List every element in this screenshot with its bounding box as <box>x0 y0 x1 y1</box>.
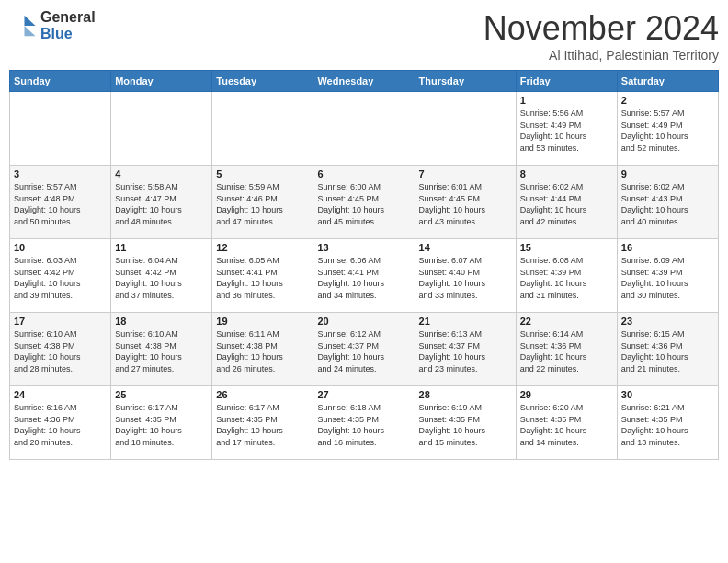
logo-text: General Blue <box>40 9 96 41</box>
calendar-cell: 23Sunrise: 6:15 AM Sunset: 4:36 PM Dayli… <box>617 313 718 386</box>
calendar-cell: 12Sunrise: 6:05 AM Sunset: 4:41 PM Dayli… <box>212 239 313 313</box>
calendar-cell: 17Sunrise: 6:10 AM Sunset: 4:38 PM Dayli… <box>10 313 111 386</box>
day-number: 9 <box>621 168 714 179</box>
day-number: 27 <box>317 389 410 400</box>
day-number: 11 <box>115 242 208 253</box>
day-info: Sunrise: 6:08 AM Sunset: 4:39 PM Dayligh… <box>520 255 613 301</box>
day-info: Sunrise: 6:12 AM Sunset: 4:37 PM Dayligh… <box>317 328 410 374</box>
day-number: 29 <box>520 389 613 400</box>
calendar-cell: 8Sunrise: 6:02 AM Sunset: 4:44 PM Daylig… <box>516 166 617 239</box>
calendar-cell: 22Sunrise: 6:14 AM Sunset: 4:36 PM Dayli… <box>516 313 617 386</box>
calendar-cell: 13Sunrise: 6:06 AM Sunset: 4:41 PM Dayli… <box>313 239 415 313</box>
day-number: 5 <box>216 168 309 179</box>
day-number: 25 <box>115 389 208 400</box>
calendar-cell <box>10 92 111 166</box>
weekday-header: Monday <box>111 71 212 92</box>
day-number: 19 <box>216 316 309 327</box>
month-title: November 2024 <box>483 9 719 48</box>
day-number: 14 <box>419 242 512 253</box>
page-header: General Blue November 2024 Al Ittihad, P… <box>9 9 719 63</box>
title-block: November 2024 Al Ittihad, Palestinian Te… <box>483 9 719 63</box>
calendar-cell: 1Sunrise: 5:56 AM Sunset: 4:49 PM Daylig… <box>516 92 617 166</box>
day-info: Sunrise: 6:00 AM Sunset: 4:45 PM Dayligh… <box>317 181 410 227</box>
calendar-cell <box>212 92 313 166</box>
day-number: 12 <box>216 242 309 253</box>
day-number: 10 <box>14 242 107 253</box>
day-info: Sunrise: 5:59 AM Sunset: 4:46 PM Dayligh… <box>216 181 309 227</box>
calendar-cell: 5Sunrise: 5:59 AM Sunset: 4:46 PM Daylig… <box>212 166 313 239</box>
day-info: Sunrise: 5:56 AM Sunset: 4:49 PM Dayligh… <box>520 108 613 154</box>
calendar-cell: 29Sunrise: 6:20 AM Sunset: 4:35 PM Dayli… <box>516 386 617 460</box>
calendar-cell: 7Sunrise: 6:01 AM Sunset: 4:45 PM Daylig… <box>415 166 516 239</box>
calendar-cell: 27Sunrise: 6:18 AM Sunset: 4:35 PM Dayli… <box>313 386 415 460</box>
day-info: Sunrise: 6:17 AM Sunset: 4:35 PM Dayligh… <box>115 402 208 448</box>
day-number: 13 <box>317 242 410 253</box>
day-info: Sunrise: 5:57 AM Sunset: 4:48 PM Dayligh… <box>14 181 107 227</box>
logo: General Blue <box>9 9 96 41</box>
day-number: 30 <box>621 389 714 400</box>
day-info: Sunrise: 6:02 AM Sunset: 4:44 PM Dayligh… <box>520 181 613 227</box>
calendar-cell: 19Sunrise: 6:11 AM Sunset: 4:38 PM Dayli… <box>212 313 313 386</box>
day-info: Sunrise: 6:21 AM Sunset: 4:35 PM Dayligh… <box>621 402 714 448</box>
calendar-cell: 16Sunrise: 6:09 AM Sunset: 4:39 PM Dayli… <box>617 239 718 313</box>
calendar-week-row: 3Sunrise: 5:57 AM Sunset: 4:48 PM Daylig… <box>10 166 719 239</box>
day-number: 3 <box>14 168 107 179</box>
day-info: Sunrise: 5:57 AM Sunset: 4:49 PM Dayligh… <box>621 108 714 154</box>
day-info: Sunrise: 6:10 AM Sunset: 4:38 PM Dayligh… <box>115 328 208 374</box>
calendar-cell <box>313 92 415 166</box>
weekday-header: Tuesday <box>212 71 313 92</box>
day-number: 23 <box>621 316 714 327</box>
day-info: Sunrise: 6:09 AM Sunset: 4:39 PM Dayligh… <box>621 255 714 301</box>
day-number: 16 <box>621 242 714 253</box>
day-number: 8 <box>520 168 613 179</box>
day-number: 15 <box>520 242 613 253</box>
day-info: Sunrise: 6:07 AM Sunset: 4:40 PM Dayligh… <box>419 255 512 301</box>
weekday-header: Wednesday <box>313 71 415 92</box>
calendar-cell <box>111 92 212 166</box>
day-info: Sunrise: 6:18 AM Sunset: 4:35 PM Dayligh… <box>317 402 410 448</box>
day-info: Sunrise: 6:13 AM Sunset: 4:37 PM Dayligh… <box>419 328 512 374</box>
calendar-cell: 10Sunrise: 6:03 AM Sunset: 4:42 PM Dayli… <box>10 239 111 313</box>
day-info: Sunrise: 6:01 AM Sunset: 4:45 PM Dayligh… <box>419 181 512 227</box>
calendar-cell: 18Sunrise: 6:10 AM Sunset: 4:38 PM Dayli… <box>111 313 212 386</box>
calendar-cell: 20Sunrise: 6:12 AM Sunset: 4:37 PM Dayli… <box>313 313 415 386</box>
day-info: Sunrise: 6:04 AM Sunset: 4:42 PM Dayligh… <box>115 255 208 301</box>
day-info: Sunrise: 6:05 AM Sunset: 4:41 PM Dayligh… <box>216 255 309 301</box>
calendar-header-row: SundayMondayTuesdayWednesdayThursdayFrid… <box>10 71 719 92</box>
day-number: 24 <box>14 389 107 400</box>
day-info: Sunrise: 6:19 AM Sunset: 4:35 PM Dayligh… <box>419 402 512 448</box>
day-number: 18 <box>115 316 208 327</box>
weekday-header: Sunday <box>10 71 111 92</box>
calendar-cell: 25Sunrise: 6:17 AM Sunset: 4:35 PM Dayli… <box>111 386 212 460</box>
calendar-cell: 24Sunrise: 6:16 AM Sunset: 4:36 PM Dayli… <box>10 386 111 460</box>
calendar-cell: 26Sunrise: 6:17 AM Sunset: 4:35 PM Dayli… <box>212 386 313 460</box>
day-info: Sunrise: 6:10 AM Sunset: 4:38 PM Dayligh… <box>14 328 107 374</box>
day-number: 6 <box>317 168 410 179</box>
calendar-cell: 28Sunrise: 6:19 AM Sunset: 4:35 PM Dayli… <box>415 386 516 460</box>
day-number: 22 <box>520 316 613 327</box>
calendar-cell: 21Sunrise: 6:13 AM Sunset: 4:37 PM Dayli… <box>415 313 516 386</box>
day-number: 2 <box>621 95 714 106</box>
calendar-cell: 3Sunrise: 5:57 AM Sunset: 4:48 PM Daylig… <box>10 166 111 239</box>
day-info: Sunrise: 6:02 AM Sunset: 4:43 PM Dayligh… <box>621 181 714 227</box>
day-number: 1 <box>520 95 613 106</box>
weekday-header: Thursday <box>415 71 516 92</box>
calendar-cell: 11Sunrise: 6:04 AM Sunset: 4:42 PM Dayli… <box>111 239 212 313</box>
day-number: 28 <box>419 389 512 400</box>
day-number: 26 <box>216 389 309 400</box>
calendar-cell: 30Sunrise: 6:21 AM Sunset: 4:35 PM Dayli… <box>617 386 718 460</box>
day-info: Sunrise: 6:16 AM Sunset: 4:36 PM Dayligh… <box>14 402 107 448</box>
calendar-cell: 6Sunrise: 6:00 AM Sunset: 4:45 PM Daylig… <box>313 166 415 239</box>
logo-general: General <box>40 9 96 26</box>
calendar: SundayMondayTuesdayWednesdayThursdayFrid… <box>9 70 719 460</box>
day-number: 7 <box>419 168 512 179</box>
day-info: Sunrise: 6:20 AM Sunset: 4:35 PM Dayligh… <box>520 402 613 448</box>
calendar-week-row: 17Sunrise: 6:10 AM Sunset: 4:38 PM Dayli… <box>10 313 719 386</box>
calendar-week-row: 10Sunrise: 6:03 AM Sunset: 4:42 PM Dayli… <box>10 239 719 313</box>
logo-icon <box>9 12 37 40</box>
day-info: Sunrise: 6:14 AM Sunset: 4:36 PM Dayligh… <box>520 328 613 374</box>
day-number: 17 <box>14 316 107 327</box>
day-info: Sunrise: 6:11 AM Sunset: 4:38 PM Dayligh… <box>216 328 309 374</box>
calendar-cell: 4Sunrise: 5:58 AM Sunset: 4:47 PM Daylig… <box>111 166 212 239</box>
calendar-cell: 15Sunrise: 6:08 AM Sunset: 4:39 PM Dayli… <box>516 239 617 313</box>
